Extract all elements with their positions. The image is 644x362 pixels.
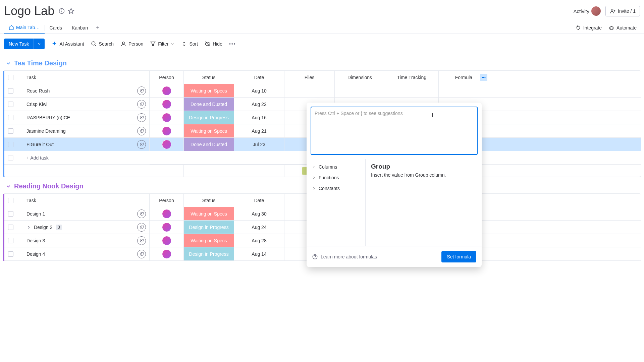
person-cell[interactable] (150, 124, 184, 137)
column-header-status[interactable]: Status (184, 194, 234, 207)
date-cell[interactable]: Aug 21 (234, 124, 284, 137)
row-checkbox[interactable] (4, 98, 17, 111)
tab-main[interactable]: Main Tab… (4, 22, 45, 34)
formula-category-constants[interactable]: Constants (307, 183, 365, 194)
date-cell[interactable]: Aug 28 (234, 234, 284, 247)
person-filter-button[interactable]: Person (120, 41, 143, 47)
date-cell[interactable]: Aug 24 (234, 221, 284, 234)
collapse-icon[interactable] (5, 183, 11, 189)
conversation-icon[interactable] (137, 223, 146, 232)
date-cell[interactable]: Aug 22 (234, 98, 284, 111)
task-name[interactable]: Design 4 (26, 251, 45, 257)
table-row[interactable]: Rose Rush Waiting on Specs Aug 10 (4, 84, 641, 98)
row-checkbox[interactable] (4, 138, 17, 151)
search-button[interactable]: Search (91, 41, 114, 47)
add-tab-button[interactable]: + (93, 22, 103, 34)
row-checkbox[interactable] (4, 84, 17, 97)
column-header-time[interactable]: Time Tracking (385, 71, 439, 84)
person-cell[interactable] (150, 221, 184, 234)
column-header-dimensions[interactable]: Dimensions (335, 71, 385, 84)
ai-assistant-button[interactable]: AI Assistant (51, 41, 84, 47)
board-title[interactable]: Logo Lab (4, 4, 54, 18)
conversation-icon[interactable] (137, 86, 146, 95)
date-cell[interactable]: Aug 10 (234, 84, 284, 97)
formula-input[interactable]: Press Ctrl + Space or { to see suggestio… (311, 107, 478, 155)
column-header-date[interactable]: Date (234, 194, 284, 207)
status-cell[interactable]: Design in Progress (184, 111, 234, 124)
new-task-button[interactable]: New Task (4, 39, 34, 49)
files-cell[interactable] (284, 84, 335, 97)
tab-kanban[interactable]: Kanban (67, 22, 93, 33)
person-cell[interactable] (150, 98, 184, 111)
sort-button[interactable]: Sort (181, 41, 198, 47)
person-cell[interactable] (150, 138, 184, 151)
column-header-person[interactable]: Person (150, 71, 184, 84)
conversation-icon[interactable] (137, 100, 146, 109)
column-header-task[interactable]: Task (17, 194, 150, 207)
select-all-checkbox[interactable] (4, 71, 17, 84)
conversation-icon[interactable] (137, 113, 146, 122)
status-cell[interactable]: Done and Dusted (184, 138, 234, 151)
automate-button[interactable]: Automate (608, 25, 637, 31)
info-icon[interactable] (58, 8, 65, 14)
row-checkbox[interactable] (4, 111, 17, 124)
conversation-icon[interactable] (137, 236, 146, 245)
column-header-task[interactable]: Task (17, 71, 150, 84)
conversation-icon[interactable] (137, 140, 146, 149)
set-formula-button[interactable]: Set formula (441, 251, 476, 261)
column-header-date[interactable]: Date (234, 71, 284, 84)
formula-category-columns[interactable]: Columns (307, 162, 365, 172)
task-name[interactable]: Design 2 (34, 225, 52, 230)
new-task-dropdown[interactable] (34, 39, 45, 49)
task-name[interactable]: FIGure it Out (26, 142, 54, 147)
row-checkbox[interactable] (4, 221, 17, 234)
row-checkbox[interactable] (4, 234, 17, 247)
task-name[interactable]: Crisp Kiwi (26, 102, 47, 107)
conversation-icon[interactable] (137, 209, 146, 218)
status-cell[interactable]: Design in Progress (184, 221, 234, 234)
date-cell[interactable]: Aug 16 (234, 111, 284, 124)
more-options-button[interactable]: ••• (229, 41, 236, 47)
column-header-files[interactable]: Files (284, 71, 335, 84)
status-cell[interactable]: Design in Progress (184, 247, 234, 260)
person-cell[interactable] (150, 207, 184, 220)
status-cell[interactable]: Waiting on Specs (184, 207, 234, 220)
status-cell[interactable]: Waiting on Specs (184, 84, 234, 97)
row-checkbox[interactable] (4, 207, 17, 220)
group-title[interactable]: Reading Nook Design (14, 182, 84, 190)
status-cell[interactable]: Waiting on Specs (184, 234, 234, 247)
chevron-right-icon[interactable] (26, 225, 31, 230)
date-cell[interactable]: Aug 14 (234, 247, 284, 260)
task-name[interactable]: Rose Rush (26, 88, 50, 94)
star-icon[interactable] (68, 8, 74, 14)
person-cell[interactable] (150, 111, 184, 124)
tab-cards[interactable]: Cards (45, 22, 67, 33)
task-name[interactable]: Design 3 (26, 238, 45, 243)
conversation-icon[interactable] (137, 250, 146, 258)
select-all-checkbox[interactable] (4, 194, 17, 207)
task-name[interactable]: Design 1 (26, 211, 45, 217)
status-cell[interactable]: Done and Dusted (184, 98, 234, 111)
integrate-button[interactable]: Integrate (575, 25, 602, 31)
person-cell[interactable] (150, 234, 184, 247)
task-name[interactable]: RASPBERRY (n)ICE (26, 115, 70, 120)
date-cell[interactable]: Jul 23 (234, 138, 284, 151)
invite-button[interactable]: Invite / 1 (605, 6, 640, 16)
learn-more-link[interactable]: Learn more about formulas (312, 254, 377, 260)
row-checkbox[interactable] (4, 247, 17, 260)
formula-category-functions[interactable]: Functions (307, 172, 365, 183)
column-header-status[interactable]: Status (184, 71, 234, 84)
person-cell[interactable] (150, 247, 184, 260)
filter-button[interactable]: Filter (150, 41, 174, 47)
hide-button[interactable]: Hide (205, 41, 222, 47)
row-checkbox[interactable] (4, 124, 17, 137)
group-title[interactable]: Tea Time Design (14, 59, 67, 67)
column-header-formula[interactable]: Formula••• (439, 71, 489, 84)
date-cell[interactable]: Aug 30 (234, 207, 284, 220)
column-menu-button[interactable]: ••• (480, 74, 487, 81)
person-cell[interactable] (150, 84, 184, 97)
status-cell[interactable]: Waiting on Specs (184, 124, 234, 137)
activity-button[interactable]: Activity (574, 6, 601, 16)
task-name[interactable]: Jasmine Dreaming (26, 128, 66, 134)
collapse-icon[interactable] (5, 60, 11, 66)
